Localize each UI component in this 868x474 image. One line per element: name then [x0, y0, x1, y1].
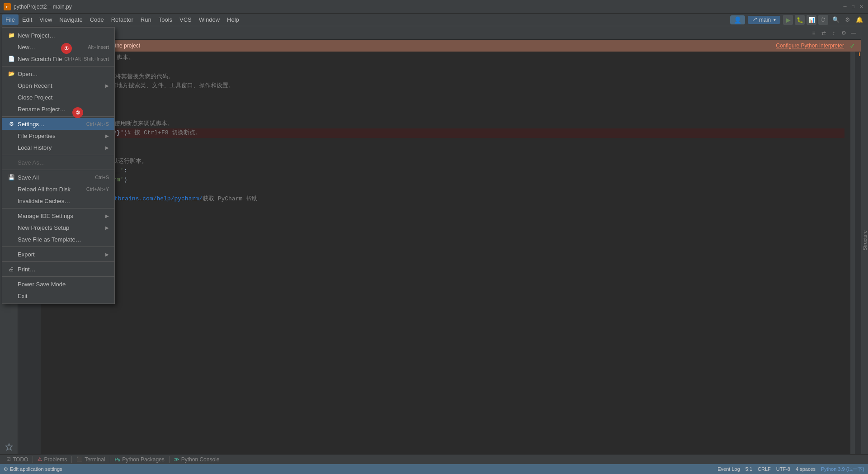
settings-button[interactable]: ⚙	[843, 15, 853, 25]
print-icon: 🖨	[8, 265, 15, 273]
editor-scrollbar[interactable]	[850, 52, 854, 454]
todo-tab[interactable]: ☑ TODO	[4, 455, 31, 464]
editor-container: Py main.py ✕ ≡ ⇄ ↕ ⚙ — Invalid Python in…	[18, 26, 861, 454]
debug-button[interactable]: 🐛	[795, 15, 805, 25]
cursor-position[interactable]: 5:1	[745, 466, 752, 472]
code-content[interactable]: # 这是一个示例 Python 脚本。 # 按 Shift+F10 执行或将其替…	[41, 52, 850, 454]
line-separator[interactable]: CRLF	[758, 466, 771, 472]
code-line-12: # 按调用栈中的绿色按钮以运行脚本。	[46, 157, 844, 166]
invalidate-caches-item[interactable]: Invalidate Caches…	[2, 195, 114, 207]
titlebar: P pythoProject2 – main.py ─ □ ✕	[0, 0, 868, 14]
python-console-icon: ≫	[174, 456, 179, 462]
right-gutter	[854, 52, 861, 454]
notifications-button[interactable]: 🔔	[854, 15, 864, 25]
export-item[interactable]: Export ▶	[2, 248, 114, 260]
editor-config-btn[interactable]: ⚙	[839, 28, 848, 38]
new-project-icon: 📁	[8, 32, 15, 39]
window-title: pythoProject2 – main.py	[14, 4, 72, 10]
file-properties-item[interactable]: File Properties ▶	[2, 130, 114, 142]
code-line-1: # 这是一个示例 Python 脚本。	[46, 53, 844, 63]
code-line-8: # 在下面的代码行中使用断点来调试脚本。	[46, 119, 844, 129]
separator-8	[2, 276, 114, 277]
settings-item[interactable]: ⚙Settings… Ctrl+Alt+S	[2, 118, 114, 130]
manage-ide-settings-item[interactable]: Manage IDE Settings ▶	[2, 210, 114, 222]
run-button[interactable]: ▶	[783, 15, 793, 25]
encoding[interactable]: UTF-8	[776, 466, 790, 472]
tools-menu-item[interactable]: Tools	[155, 14, 176, 25]
separator-1	[2, 66, 114, 66]
refactor-menu-item[interactable]: Refactor	[108, 14, 137, 25]
app-icon: P	[4, 3, 11, 10]
vcs-menu-item[interactable]: VCS	[176, 14, 195, 25]
event-log-btn[interactable]: Event Log	[717, 466, 740, 472]
save-as-item: Save As…	[2, 156, 114, 168]
problems-tab[interactable]: ⚠ Problems	[35, 455, 70, 464]
configure-interpreter-link[interactable]: Configure Python interpreter	[776, 43, 844, 49]
python-console-tab[interactable]: ≫ Python Console	[171, 455, 222, 464]
maximize-button[interactable]: □	[850, 4, 856, 10]
window-menu-item[interactable]: Window	[195, 14, 223, 25]
open-recent-item[interactable]: Open Recent ▶	[2, 80, 114, 91]
split-vertically-btn[interactable]: ↕	[829, 28, 838, 38]
code-line-5	[46, 91, 844, 100]
code-line-2	[46, 63, 844, 72]
settings-gear-icon: ⚙	[4, 466, 8, 472]
close-button[interactable]: ✕	[858, 4, 864, 10]
run-menu-item[interactable]: Run	[137, 14, 155, 25]
collapse-btn[interactable]: —	[849, 28, 858, 38]
new-project-item[interactable]: 📁New Project…	[2, 29, 114, 41]
help-menu-item[interactable]: Help	[223, 14, 243, 25]
right-sidebar: Structure	[861, 26, 868, 454]
user-icon[interactable]: 👤	[730, 15, 745, 24]
gutter-marker-warning	[859, 52, 860, 56]
new-scratch-item[interactable]: 📄New Scratch File Ctrl+Alt+Shift+Insert	[2, 53, 114, 65]
annotation-circle-1: ①	[61, 43, 72, 54]
todo-icon: ☑	[6, 456, 11, 462]
search-everywhere-button[interactable]: 🔍	[831, 15, 841, 25]
new-projects-setup-item[interactable]: New Projects Setup ▶	[2, 222, 114, 233]
separator-3	[2, 155, 114, 155]
open-item[interactable]: 📂Open…	[2, 68, 114, 80]
toggle-recent-files-btn[interactable]: ≡	[809, 28, 818, 38]
editor-toolbar-right: ≡ ⇄ ↕ ⚙ —	[807, 28, 861, 38]
editor-layout-btn[interactable]: ⇄	[819, 28, 828, 38]
new-item[interactable]: New… Alt+Insert	[2, 41, 114, 53]
python-packages-tab[interactable]: Py Python Packages	[112, 455, 167, 464]
close-project-item[interactable]: Close Project	[2, 91, 114, 103]
scratch-icon: 📄	[8, 55, 15, 62]
code-line-13: ▶ if __name__ == '__main__':	[46, 166, 844, 176]
edit-app-settings-btn[interactable]: ⚙ Edit application settings	[4, 466, 62, 472]
save-file-as-template-item[interactable]: Save File as Template…	[2, 233, 114, 245]
edit-menu-item[interactable]: Edit	[19, 14, 36, 25]
save-all-item[interactable]: 💾Save All Ctrl+S	[2, 171, 114, 183]
bottom-panel: ☑ TODO ⚠ Problems ⬛ Terminal Py Python P…	[0, 454, 868, 464]
indent-setting[interactable]: 4 spaces	[796, 466, 816, 472]
file-menu-item[interactable]: File	[2, 14, 19, 25]
view-menu-item[interactable]: View	[36, 14, 56, 25]
svg-marker-11	[6, 444, 12, 450]
rename-project-item[interactable]: Rename Project…	[2, 103, 114, 115]
profile-button[interactable]: ⏱	[818, 15, 828, 25]
power-save-mode-item[interactable]: Power Save Mode	[2, 278, 114, 290]
minimize-button[interactable]: ─	[842, 4, 848, 10]
new-icon	[8, 43, 15, 51]
separator-6	[2, 246, 114, 247]
separator-5	[2, 208, 114, 209]
window-controls: ─ □ ✕	[842, 4, 864, 10]
settings-icon: ⚙	[8, 120, 15, 128]
code-line-11	[46, 147, 844, 157]
python-interpreter[interactable]: Python 3.9 (试一下)	[821, 466, 864, 473]
branch-selector[interactable]: ⎇ main ▼	[748, 16, 780, 24]
print-item[interactable]: 🖨Print…	[2, 263, 114, 275]
terminal-tab[interactable]: ⬛ Terminal	[74, 455, 108, 464]
local-history-item[interactable]: Local History ▶	[2, 142, 114, 153]
code-menu-item[interactable]: Code	[86, 14, 108, 25]
coverage-button[interactable]: 📊	[807, 15, 816, 25]
reload-from-disk-item[interactable]: Reload All from Disk Ctrl+Alt+Y	[2, 183, 114, 195]
right-toolbar-actions: 🔍 ⚙ 🔔	[831, 15, 864, 25]
exit-item[interactable]: Exit	[2, 290, 114, 302]
sidebar-favorites-icon[interactable]	[2, 440, 16, 454]
warning-dismiss-button[interactable]: ✓	[849, 42, 855, 50]
navigate-menu-item[interactable]: Navigate	[56, 14, 86, 25]
file-menu-container: File 📁New Project… New… Alt+Insert 📄New …	[2, 14, 19, 25]
